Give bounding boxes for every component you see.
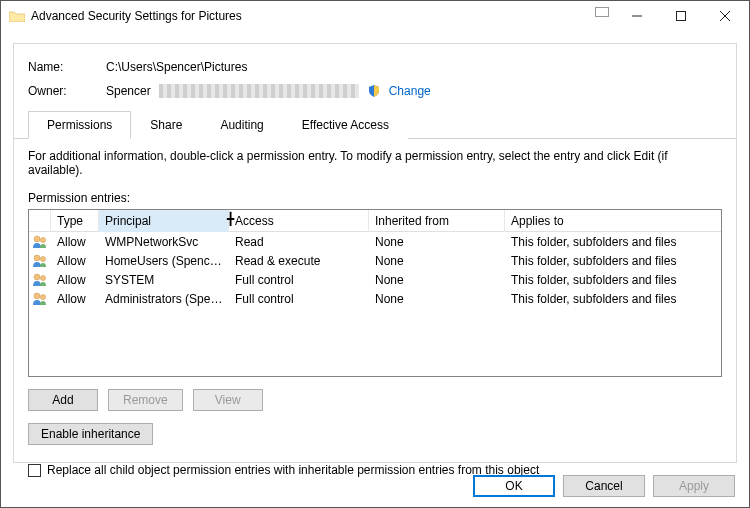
tab-auditing[interactable]: Auditing — [201, 111, 282, 139]
cell-type: Allow — [51, 273, 99, 287]
view-button[interactable]: View — [193, 389, 263, 411]
svg-point-9 — [40, 275, 45, 280]
close-button[interactable] — [703, 2, 747, 30]
shield-icon — [367, 84, 381, 98]
cell-access: Full control — [229, 292, 369, 306]
cancel-button[interactable]: Cancel — [563, 475, 645, 497]
cell-access: Full control — [229, 273, 369, 287]
folder-icon — [9, 10, 25, 22]
owner-value: Spencer — [106, 84, 151, 98]
svg-point-7 — [40, 256, 45, 261]
owner-label: Owner: — [28, 84, 106, 98]
col-type[interactable]: Type — [51, 210, 99, 232]
cell-principal: SYSTEM — [99, 273, 229, 287]
table-row[interactable]: AllowSYSTEMFull controlNoneThis folder, … — [29, 270, 721, 289]
users-icon — [29, 254, 51, 268]
users-icon — [29, 292, 51, 306]
entries-label: Permission entries: — [28, 191, 722, 205]
maximize-button[interactable] — [659, 2, 703, 30]
info-text: For additional information, double-click… — [28, 149, 722, 177]
users-icon — [29, 235, 51, 249]
replace-entries-label: Replace all child object permission entr… — [47, 463, 539, 477]
tab-share[interactable]: Share — [131, 111, 201, 139]
window-title: Advanced Security Settings for Pictures — [31, 9, 242, 23]
cell-type: Allow — [51, 235, 99, 249]
tab-effective-access[interactable]: Effective Access — [283, 111, 408, 139]
cell-principal: HomeUsers (Spencer... — [99, 254, 229, 268]
change-owner-link[interactable]: Change — [389, 84, 431, 98]
cell-inherited: None — [369, 292, 505, 306]
col-principal-label: Principal — [105, 214, 151, 228]
permissions-table[interactable]: Type Principal ╋ Access Inherited from A… — [28, 209, 722, 377]
replace-entries-checkbox[interactable] — [28, 464, 41, 477]
col-icon[interactable] — [29, 210, 51, 232]
svg-point-4 — [34, 236, 40, 242]
cell-principal: WMPNetworkSvc — [99, 235, 229, 249]
cell-type: Allow — [51, 292, 99, 306]
cell-type: Allow — [51, 254, 99, 268]
cell-access: Read & execute — [229, 254, 369, 268]
ok-button[interactable]: OK — [473, 475, 555, 497]
svg-point-5 — [40, 237, 45, 242]
cell-applies: This folder, subfolders and files — [505, 292, 721, 306]
table-row[interactable]: AllowWMPNetworkSvcReadNoneThis folder, s… — [29, 232, 721, 251]
name-label: Name: — [28, 60, 106, 74]
col-inherited[interactable]: Inherited from — [369, 210, 505, 232]
svg-rect-1 — [677, 12, 686, 21]
cell-applies: This folder, subfolders and files — [505, 254, 721, 268]
tab-permissions[interactable]: Permissions — [28, 111, 131, 139]
add-button[interactable]: Add — [28, 389, 98, 411]
minimize-button[interactable] — [615, 2, 659, 30]
svg-point-6 — [34, 255, 40, 261]
svg-point-10 — [34, 293, 40, 299]
cell-inherited: None — [369, 273, 505, 287]
svg-point-8 — [34, 274, 40, 280]
toolbar-icon — [595, 7, 609, 17]
cell-inherited: None — [369, 254, 505, 268]
cell-applies: This folder, subfolders and files — [505, 273, 721, 287]
cell-access: Read — [229, 235, 369, 249]
owner-blurred — [159, 84, 359, 98]
cell-inherited: None — [369, 235, 505, 249]
name-value: C:\Users\Spencer\Pictures — [106, 60, 247, 74]
table-row[interactable]: AllowHomeUsers (Spencer...Read & execute… — [29, 251, 721, 270]
col-applies[interactable]: Applies to — [505, 210, 721, 232]
users-icon — [29, 273, 51, 287]
col-access[interactable]: Access — [229, 210, 369, 232]
enable-inheritance-button[interactable]: Enable inheritance — [28, 423, 153, 445]
table-row[interactable]: AllowAdministrators (Spen...Full control… — [29, 289, 721, 308]
remove-button[interactable]: Remove — [108, 389, 183, 411]
cell-applies: This folder, subfolders and files — [505, 235, 721, 249]
col-principal[interactable]: Principal ╋ — [99, 210, 229, 232]
apply-button[interactable]: Apply — [653, 475, 735, 497]
cell-principal: Administrators (Spen... — [99, 292, 229, 306]
svg-point-11 — [40, 294, 45, 299]
